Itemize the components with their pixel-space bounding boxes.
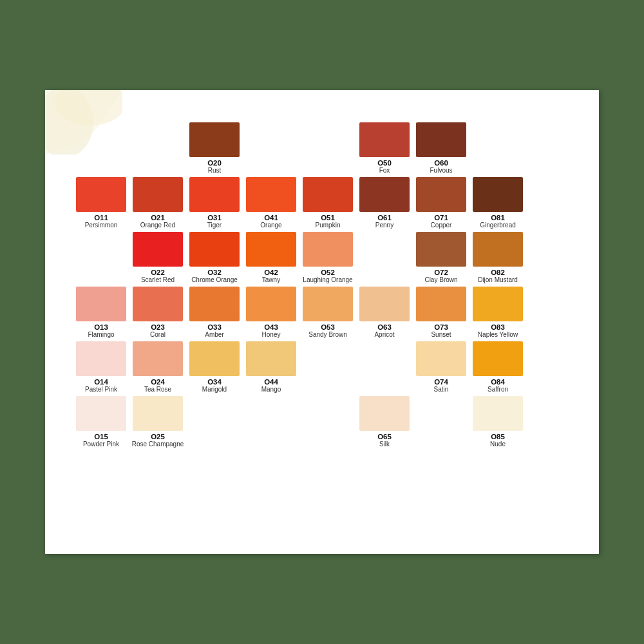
color-cell-O32: O32 Chrome Orange bbox=[188, 232, 241, 284]
color-swatch-O31 bbox=[189, 177, 240, 212]
color-code-O22: O22 bbox=[131, 269, 184, 276]
color-cell-O52: O52 Laughing Orange bbox=[301, 232, 354, 284]
color-code-O63: O63 bbox=[358, 323, 411, 331]
color-code-O51: O51 bbox=[301, 214, 354, 222]
color-swatch-O25 bbox=[133, 396, 183, 431]
color-cell-O83: O83 Naples Yellow bbox=[471, 287, 524, 339]
color-cell-O82: O82 Dijon Mustard bbox=[471, 232, 524, 284]
color-name-O21: Orange Red bbox=[131, 222, 184, 229]
color-cell-O71: O71 Copper bbox=[415, 177, 468, 229]
color-swatch-O73 bbox=[416, 287, 466, 321]
color-swatch-O24 bbox=[133, 341, 183, 376]
color-cell-O33: O33 Amber bbox=[188, 287, 241, 339]
color-cell-O41: O41 Orange bbox=[245, 177, 298, 229]
color-name-O51: Pumpkin bbox=[301, 222, 354, 229]
color-code-O53: O53 bbox=[301, 323, 354, 331]
color-name-O22: Scarlet Red bbox=[131, 276, 184, 284]
color-code-O65: O65 bbox=[358, 433, 411, 440]
color-code-O83: O83 bbox=[471, 323, 524, 331]
color-swatch-O60 bbox=[416, 122, 466, 157]
color-code-O61: O61 bbox=[358, 214, 411, 222]
color-grid: O20 Rust O50 Fox O60 Fulvous O11 Persimm… bbox=[64, 120, 580, 451]
color-code-O85: O85 bbox=[471, 433, 524, 440]
color-name-O50: Fox bbox=[358, 167, 411, 175]
color-swatch-O50 bbox=[359, 122, 410, 157]
color-swatch-O32 bbox=[189, 232, 240, 267]
color-swatch-O20 bbox=[189, 122, 240, 157]
color-code-O25: O25 bbox=[131, 433, 184, 440]
color-code-O71: O71 bbox=[415, 214, 468, 222]
color-code-O13: O13 bbox=[75, 323, 128, 331]
color-name-O25: Rose Champagne bbox=[131, 440, 184, 448]
color-code-O42: O42 bbox=[245, 269, 298, 276]
color-code-O43: O43 bbox=[245, 323, 298, 331]
color-cell-O60: O60 Fulvous bbox=[415, 122, 468, 175]
color-cell-O43: O43 Honey bbox=[245, 287, 298, 339]
color-swatch-O11 bbox=[76, 177, 126, 212]
color-swatch-O23 bbox=[133, 287, 183, 321]
color-swatch-O22 bbox=[133, 232, 183, 267]
color-chart-card: O20 Rust O50 Fox O60 Fulvous O11 Persimm… bbox=[45, 90, 599, 554]
empty-cell bbox=[358, 341, 411, 393]
color-name-O73: Sunset bbox=[415, 331, 468, 339]
color-cell-O15: O15 Powder Pink bbox=[75, 396, 128, 448]
color-code-O50: O50 bbox=[358, 159, 411, 167]
color-name-O61: Penny bbox=[358, 222, 411, 229]
color-cell-O22: O22 Scarlet Red bbox=[131, 232, 184, 284]
color-cell-O42: O42 Tawny bbox=[245, 232, 298, 284]
color-name-O65: Silk bbox=[358, 440, 411, 448]
color-code-O34: O34 bbox=[188, 378, 241, 386]
color-cell-O23: O23 Coral bbox=[131, 287, 184, 339]
corner-decoration bbox=[45, 90, 122, 155]
color-name-O60: Fulvous bbox=[415, 167, 468, 175]
color-cell-O13: O13 Flamingo bbox=[75, 287, 128, 339]
color-swatch-O34 bbox=[189, 341, 240, 376]
empty-cell bbox=[415, 396, 468, 448]
color-cell-O51: O51 Pumpkin bbox=[301, 177, 354, 229]
empty-cell bbox=[245, 122, 298, 175]
color-code-O33: O33 bbox=[188, 323, 241, 331]
color-swatch-O85 bbox=[473, 396, 523, 431]
empty-cell bbox=[301, 122, 354, 175]
color-name-O32: Chrome Orange bbox=[188, 276, 241, 284]
color-swatch-O84 bbox=[473, 341, 523, 376]
color-code-O81: O81 bbox=[471, 214, 524, 222]
color-code-O21: O21 bbox=[131, 214, 184, 222]
color-name-O41: Orange bbox=[245, 222, 298, 229]
color-name-O83: Naples Yellow bbox=[471, 331, 524, 339]
color-name-O72: Clay Brown bbox=[415, 276, 468, 284]
color-name-O15: Powder Pink bbox=[75, 440, 128, 448]
color-cell-O11: O11 Persimmon bbox=[75, 177, 128, 229]
color-name-O13: Flamingo bbox=[75, 331, 128, 339]
color-code-O44: O44 bbox=[245, 378, 298, 386]
color-table: O20 Rust O50 Fox O60 Fulvous O11 Persimm… bbox=[71, 120, 528, 451]
color-swatch-O83 bbox=[473, 287, 523, 321]
color-swatch-O52 bbox=[303, 232, 353, 267]
color-code-O41: O41 bbox=[245, 214, 298, 222]
color-code-O32: O32 bbox=[188, 269, 241, 276]
color-code-O14: O14 bbox=[75, 378, 128, 386]
color-cell-O53: O53 Sandy Brown bbox=[301, 287, 354, 339]
color-swatch-O51 bbox=[303, 177, 353, 212]
color-cell-O24: O24 Tea Rose bbox=[131, 341, 184, 393]
color-cell-O72: O72 Clay Brown bbox=[415, 232, 468, 284]
color-cell-O65: O65 Silk bbox=[358, 396, 411, 448]
color-code-O60: O60 bbox=[415, 159, 468, 167]
color-code-O15: O15 bbox=[75, 433, 128, 440]
color-swatch-O14 bbox=[76, 341, 126, 376]
color-code-O11: O11 bbox=[75, 214, 128, 222]
color-swatch-O15 bbox=[76, 396, 126, 431]
color-code-O82: O82 bbox=[471, 269, 524, 276]
color-name-O24: Tea Rose bbox=[131, 386, 184, 393]
color-swatch-O63 bbox=[359, 287, 410, 321]
color-cell-O61: O61 Penny bbox=[358, 177, 411, 229]
color-swatch-O43 bbox=[246, 287, 296, 321]
color-swatch-O74 bbox=[416, 341, 466, 376]
color-swatch-O72 bbox=[416, 232, 466, 267]
color-cell-O25: O25 Rose Champagne bbox=[131, 396, 184, 448]
color-cell-O20: O20 Rust bbox=[188, 122, 241, 175]
color-name-O71: Copper bbox=[415, 222, 468, 229]
empty-cell bbox=[245, 396, 298, 448]
color-swatch-O41 bbox=[246, 177, 296, 212]
color-cell-O21: O21 Orange Red bbox=[131, 177, 184, 229]
